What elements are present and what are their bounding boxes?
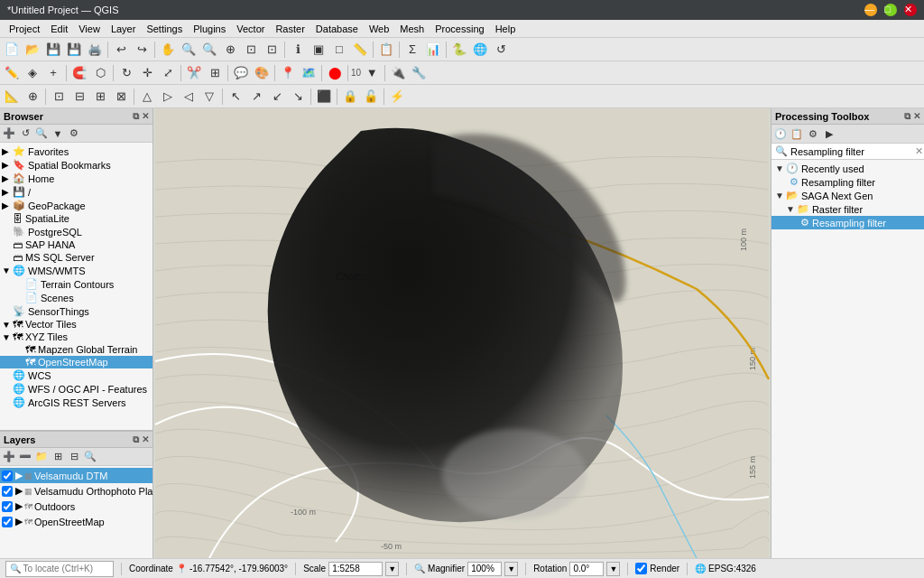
browser-item-sensorthings[interactable]: 📡 SensorThings [0,304,152,318]
browser-item-wcs[interactable]: 🌐 WCS [0,368,152,382]
adv3-button[interactable]: ⊡ [49,87,69,107]
window-controls[interactable]: — □ ✕ [864,4,917,16]
layer-dtm-toggle[interactable]: ▶ [15,470,23,481]
layers-group-button[interactable]: 📁 [34,450,49,464]
zoom-out-button[interactable]: 🔍 [199,40,219,60]
zoom-in-button[interactable]: 🔍 [179,40,199,60]
layer-osm[interactable]: ▶ 🗺 OpenStreetMap [0,514,152,529]
menu-project[interactable]: Project [4,20,45,37]
browser-item-home[interactable]: ▶ 🏠 Home [0,172,152,185]
browser-options-button[interactable]: ⚙ [67,126,81,141]
browser-controls[interactable]: ⧉ ✕ [133,111,149,122]
pan-button[interactable]: ✋ [158,40,178,60]
browser-add-button[interactable]: ➕ [2,126,16,141]
proc-item-resampling-filter[interactable]: ⚙ Resampling filter [772,216,924,229]
python-button[interactable]: 🐍 [449,40,469,60]
menu-raster[interactable]: Raster [270,20,310,37]
epsg-status[interactable]: 🌐 EPSG:4326 [695,564,756,573]
adv10-button[interactable]: ▽ [199,87,219,107]
rotation-input[interactable] [569,562,604,576]
browser-item-vector-tiles[interactable]: ▼ 🗺 Vector Tiles [0,318,152,331]
rotation-dropdown[interactable]: ▼ [606,562,620,576]
layers-remove-button[interactable]: ➖ [18,450,32,464]
layer-velsamudu-ortho[interactable]: ▶ ▦ Velsamudu Orthophoto Plan [0,483,152,499]
processing-controls[interactable]: ⧉ ✕ [904,111,920,122]
browser-float-button[interactable]: ⧉ [133,111,139,122]
menu-settings[interactable]: Settings [141,20,188,37]
scale-dropdown[interactable]: ▼ [385,562,399,576]
browser-item-wfs[interactable]: 🌐 WFS / OGC API - Features [0,382,152,396]
browser-item-root[interactable]: ▶ 💾 / [0,185,152,199]
proc-group-saga[interactable]: ▼ 📂 SAGA Next Gen [772,189,924,202]
browser-item-geopackage[interactable]: ▶ 📦 GeoPackage [0,199,152,212]
browser-item-wmswmts[interactable]: ▼ 🌐 WMS/WMTS [0,264,152,277]
processing-search-box[interactable]: 🔍 ✕ [772,144,924,160]
processing-float-button[interactable]: ⧉ [904,111,910,122]
refresh-button[interactable]: ↺ [491,40,511,60]
open-button[interactable]: 📂 [23,40,42,60]
proc-options-button[interactable]: ⚙ [806,126,820,141]
browser-button[interactable]: 🌐 [470,40,490,60]
snap-button[interactable]: 🧲 [69,63,89,83]
plugin1-button[interactable]: 🔌 [388,63,408,83]
redo-button[interactable]: ↪ [132,40,152,60]
proc-item-resampling-recent[interactable]: ⚙ Resampling filter [772,175,924,189]
minimize-button[interactable]: — [864,4,877,16]
menu-mesh[interactable]: Mesh [394,20,430,37]
node-tool-button[interactable]: ◈ [23,63,42,83]
menu-web[interactable]: Web [364,20,394,37]
annotation-button[interactable]: 💬 [231,63,251,83]
maximize-button[interactable]: □ [884,4,897,16]
magnifier-input[interactable] [467,562,502,576]
layer-outdoors-toggle[interactable]: ▶ [15,500,23,512]
adv18-button[interactable]: ⚡ [387,87,407,107]
layers-collapse-button[interactable]: ⊟ [67,450,81,464]
zoom-layer-button[interactable]: ⊡ [241,40,261,60]
adv15-button[interactable]: ⬛ [314,87,334,107]
layer-ortho-checkbox[interactable] [2,486,13,497]
adv13-button[interactable]: ↙ [267,87,287,107]
browser-item-terrain-contours[interactable]: 📄 Terrain Contours [0,277,152,291]
scale-input[interactable] [328,562,383,576]
browser-item-spatialite[interactable]: 🗄 SpatiaLite [0,212,152,225]
processing-search-input[interactable] [790,146,915,157]
filter-button[interactable]: ▼ [362,63,382,83]
layers-add-button[interactable]: ➕ [2,450,16,464]
layer-osm-checkbox[interactable] [2,517,13,527]
merge-button[interactable]: ⊞ [205,63,225,83]
layers-float-button[interactable]: ⧉ [133,434,139,445]
save-button[interactable]: 💾 [43,40,63,60]
browser-item-mapzen[interactable]: 🗺 Mapzen Global Terrain [0,343,152,356]
digitize-button[interactable]: ✏️ [2,63,22,83]
layers-close-button[interactable]: ✕ [142,434,149,445]
layer-velsamudu-dtm[interactable]: ▶ ▦ Velsamudu DTM [0,468,152,483]
layers-filter-button[interactable]: 🔍 [83,450,97,464]
gpx-button[interactable]: 📍 [278,63,298,83]
layer-outdoors[interactable]: ▶ 🗺 Outdoors [0,499,152,514]
menu-help[interactable]: Help [490,20,522,37]
adv16-button[interactable]: 🔒 [340,87,360,107]
zoom-full-button[interactable]: ⊕ [220,40,240,60]
browser-item-xyz-tiles[interactable]: ▼ 🗺 XYZ Tiles [0,331,152,343]
processing-close-button[interactable]: ✕ [913,111,920,122]
layer-ortho-toggle[interactable]: ▶ [15,485,23,497]
menu-database[interactable]: Database [310,20,364,37]
menu-vector[interactable]: Vector [231,20,270,37]
menu-processing[interactable]: Processing [430,20,489,37]
search-clear-button[interactable]: ✕ [915,145,923,157]
adv17-button[interactable]: 🔓 [361,87,381,107]
scale-button[interactable]: ⤢ [158,63,178,83]
proc-group-recently-used[interactable]: ▼ 🕐 Recently used [772,162,924,175]
close-button[interactable]: ✕ [904,4,917,16]
menu-plugins[interactable]: Plugins [188,20,231,37]
layer-osm-toggle[interactable]: ▶ [15,516,23,527]
layers-expand-button[interactable]: ⊞ [51,450,65,464]
rotate-button[interactable]: ↻ [116,63,136,83]
browser-collapse-button[interactable]: ▼ [51,126,65,141]
print-button[interactable]: 🖨️ [85,40,105,60]
proc-history-button[interactable]: 🕐 [773,126,788,141]
adv5-button[interactable]: ⊞ [90,87,110,107]
locate-input[interactable] [5,561,114,577]
split-button[interactable]: ✂️ [184,63,204,83]
browser-item-scenes[interactable]: 📄 Scenes [0,291,152,304]
